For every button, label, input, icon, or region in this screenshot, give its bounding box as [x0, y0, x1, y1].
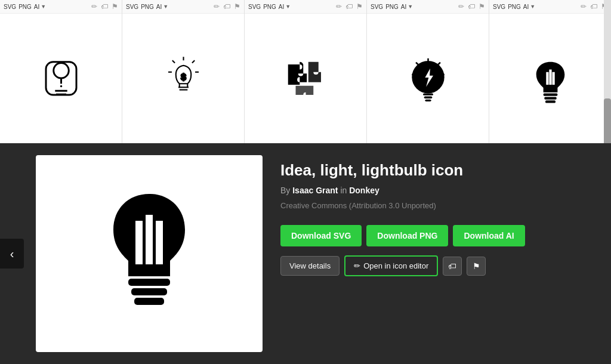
cell-3-top-bar: SVG PNG AI ▼ ✏ 🏷 ⚑	[245, 0, 366, 14]
icon-cell-5: SVG PNG AI ▼ ✏ 🏷 ⚑	[489, 0, 611, 146]
svg-rect-23	[424, 97, 432, 98]
svg-rect-27	[545, 100, 556, 103]
svg-btn[interactable]: SVG	[126, 4, 138, 10]
icon-license: Creative Commons (Attribution 3.0 Unport…	[280, 201, 593, 210]
svg-rect-31	[128, 279, 170, 286]
bookmark-icon[interactable]: 🏷	[223, 2, 230, 11]
icon-cell-2: SVG PNG AI ▼ ✏ 🏷 ⚑	[122, 0, 245, 146]
ai-btn[interactable]: AI	[34, 4, 39, 10]
svg-rect-26	[544, 97, 556, 99]
download-svg-button[interactable]: Download SVG	[280, 225, 362, 246]
format-dropdown[interactable]: ▼	[408, 4, 413, 10]
scrollbar[interactable]	[604, 0, 611, 146]
format-dropdown[interactable]: ▼	[163, 4, 168, 10]
download-png-button[interactable]: Download PNG	[366, 225, 448, 246]
cell-3-formats[interactable]: SVG PNG AI ▼	[248, 4, 291, 10]
svg-rect-25	[543, 93, 557, 95]
svg-rect-22	[423, 93, 433, 95]
icon-cell-3: SVG PNG AI ▼ ✏ 🏷 ⚑	[245, 0, 367, 146]
format-dropdown[interactable]: ▼	[530, 4, 535, 10]
ai-btn[interactable]: AI	[279, 4, 284, 10]
view-details-button[interactable]: View details	[280, 256, 340, 276]
cell-4-preview[interactable]	[367, 14, 489, 146]
icon-cell-1: SVG PNG AI ▼ ✏ 🏷 ⚑	[0, 0, 122, 146]
svg-rect-24	[425, 100, 431, 101]
cell-3-actions: ✏ 🏷 ⚑	[336, 2, 363, 11]
ai-btn[interactable]: AI	[401, 4, 406, 10]
png-btn[interactable]: PNG	[385, 4, 399, 10]
cell-1-top-bar: SVG PNG AI ▼ ✏ 🏷 ⚑	[0, 0, 122, 14]
svg-text:$: $	[181, 72, 186, 82]
edit-icon[interactable]: ✏	[91, 2, 97, 11]
svg-point-1	[53, 63, 69, 78]
secondary-buttons: View details ✏ Open in icon editor 🏷 ⚑	[280, 255, 593, 276]
cell-1-preview[interactable]	[0, 14, 122, 146]
svg-btn[interactable]: SVG	[371, 4, 383, 10]
ai-btn[interactable]: AI	[156, 4, 162, 10]
edit-icon[interactable]: ✏	[581, 2, 587, 11]
download-ai-button[interactable]: Download AI	[453, 225, 524, 246]
icon-info: Idea, light, lightbulb icon By Isaac Gra…	[263, 143, 611, 364]
cell-5-formats[interactable]: SVG PNG AI ▼	[493, 4, 535, 10]
png-btn[interactable]: PNG	[263, 4, 276, 10]
svg-rect-33	[134, 298, 164, 305]
svg-point-3	[60, 85, 61, 87]
cell-4-actions: ✏ 🏷 ⚑	[458, 2, 485, 11]
author-link[interactable]: Isaac Grant	[292, 186, 338, 195]
cell-3-preview[interactable]	[245, 14, 366, 146]
bookmark-icon[interactable]: 🏷	[468, 2, 475, 11]
detail-panel: ‹ Idea, light, lightbulb icon By Isaac G…	[0, 143, 611, 364]
ai-btn[interactable]: AI	[523, 4, 529, 10]
cell-2-top-bar: SVG PNG AI ▼ ✏ 🏷 ⚑	[122, 0, 244, 14]
edit-icon[interactable]: ✏	[336, 2, 342, 11]
svg-line-20	[416, 63, 418, 64]
icon-cell-4: SVG PNG AI ▼ ✏ 🏷 ⚑	[367, 0, 489, 146]
bookmark-icon[interactable]: 🏷	[590, 2, 597, 11]
flag-button[interactable]: ⚑	[467, 257, 486, 276]
edit-icon[interactable]: ✏	[214, 2, 220, 11]
flag-icon[interactable]: ⚑	[234, 2, 240, 11]
prev-button[interactable]: ‹	[0, 239, 24, 269]
open-editor-button[interactable]: ✏ Open in icon editor	[344, 255, 438, 276]
flag-icon[interactable]: ⚑	[479, 2, 485, 11]
svg-btn[interactable]: SVG	[4, 4, 16, 10]
icon-title: Idea, light, lightbulb icon	[280, 161, 593, 180]
download-buttons: Download SVG Download PNG Download AI	[280, 225, 593, 246]
cell-4-formats[interactable]: SVG PNG AI ▼	[371, 4, 413, 10]
png-btn[interactable]: PNG	[508, 4, 521, 10]
svg-line-9	[172, 60, 174, 63]
svg-btn[interactable]: SVG	[493, 4, 505, 10]
icon-grid: SVG PNG AI ▼ ✏ 🏷 ⚑	[0, 0, 611, 146]
svg-line-7	[192, 60, 194, 63]
svg-btn[interactable]: SVG	[248, 4, 261, 10]
cell-1-formats[interactable]: SVG PNG AI ▼	[4, 4, 46, 10]
format-dropdown[interactable]: ▼	[41, 4, 46, 10]
pencil-icon: ✏	[354, 261, 360, 270]
collection-link[interactable]: Donkey	[349, 186, 379, 195]
bookmark-button[interactable]: 🏷	[443, 257, 462, 276]
icon-author: By Isaac Grant in Donkey	[280, 186, 593, 195]
bookmark-icon[interactable]: 🏷	[101, 2, 108, 11]
svg-line-18	[438, 63, 440, 64]
cell-2-actions: ✏ 🏷 ⚑	[214, 2, 240, 11]
cell-1-actions: ✏ 🏷 ⚑	[91, 2, 118, 11]
cell-2-preview[interactable]: $	[122, 14, 244, 146]
png-btn[interactable]: PNG	[141, 4, 154, 10]
format-dropdown[interactable]: ▼	[285, 4, 291, 10]
bookmark-icon[interactable]: 🏷	[345, 2, 353, 11]
edit-icon[interactable]: ✏	[458, 2, 464, 11]
editor-btn-label: Open in icon editor	[363, 261, 428, 270]
cell-4-top-bar: SVG PNG AI ▼ ✏ 🏷 ⚑	[367, 0, 489, 14]
flag-icon[interactable]: ⚑	[356, 2, 363, 11]
scrollbar-thumb[interactable]	[604, 98, 611, 146]
cell-2-formats[interactable]: SVG PNG AI ▼	[126, 4, 168, 10]
svg-rect-32	[131, 288, 167, 295]
cell-5-preview[interactable]	[489, 14, 611, 146]
flag-icon[interactable]: ⚑	[112, 2, 118, 11]
png-btn[interactable]: PNG	[18, 4, 32, 10]
large-icon-preview	[36, 155, 263, 352]
cell-5-top-bar: SVG PNG AI ▼ ✏ 🏷 ⚑	[489, 0, 611, 14]
